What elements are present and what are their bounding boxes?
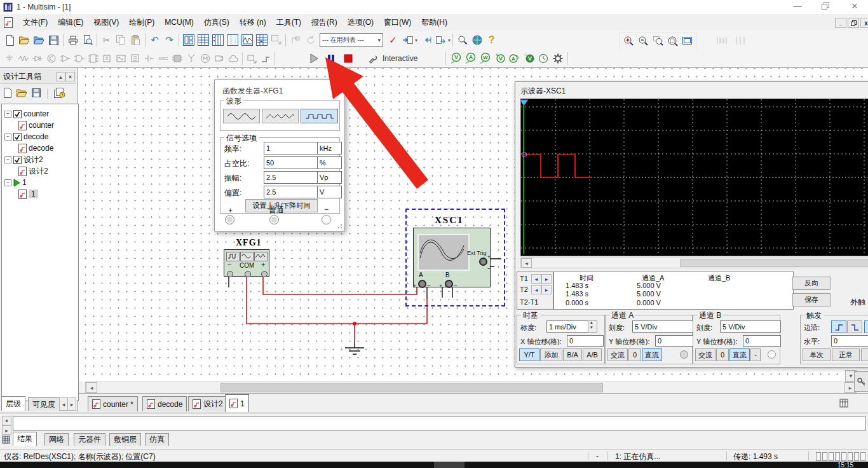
results-list[interactable] [13,416,865,431]
collapse-expander-icon[interactable]: − [4,134,11,141]
timebase-scale-field[interactable]: 1 ms/Div [546,320,592,333]
mixed-component-icon[interactable] [114,52,128,65]
yt-mode-button[interactable]: Y/T [519,348,539,361]
export-dropdown-icon[interactable]: ▾ [448,38,451,43]
export-icon[interactable] [433,33,448,48]
toggle-3d-board-icon[interactable] [225,33,240,48]
chb-minus-button[interactable]: - [750,348,761,361]
xfg-terminal-plus[interactable] [261,271,268,277]
current-probe-icon[interactable]: A [463,52,477,65]
chb-radio[interactable] [768,350,776,359]
menu-reports[interactable]: 报告(R) [306,15,342,31]
toolbox-tab-scroll-left-icon[interactable]: ◂ [59,397,68,411]
source-component-icon[interactable] [3,52,17,65]
transfer-icon[interactable] [400,33,415,48]
power-probe-icon[interactable]: W [478,52,492,65]
mdi-minimize-button[interactable]: _ [835,18,846,28]
fg-close-icon[interactable]: ✕ [332,85,339,94]
duty-field[interactable]: 50 [264,156,322,169]
restore-button[interactable] [816,2,835,13]
xsc-b-terminal[interactable] [445,280,453,288]
collapse-expander-icon[interactable]: − [4,111,11,118]
sheet-overview-icon[interactable] [839,399,848,410]
amplitude-field[interactable]: 2.5 [264,171,322,184]
tree-item-counter-root[interactable]: − counter [4,108,78,120]
cut-icon[interactable]: ✂ [99,33,114,48]
timebase-xpos-field[interactable]: 0 [567,335,604,347]
diff-voltage-probe-icon[interactable]: +V [492,52,506,65]
menu-transfer[interactable]: 转移 (n) [234,15,271,31]
t1-right-icon[interactable]: ▸ [541,274,552,284]
menu-edit[interactable]: 编辑(E) [53,15,88,31]
diode-component-icon[interactable] [31,52,44,65]
run-button[interactable] [306,52,321,66]
tree-label[interactable]: counter [29,121,54,130]
canvas-hscrollbar[interactable]: ◂ ▸ [85,382,857,394]
fg-minus-terminal[interactable] [322,215,331,224]
analog-component-icon[interactable] [58,52,72,65]
sheet-tab-counter[interactable]: counter * [88,396,138,411]
cha-scale-field[interactable]: 5 V/Div [632,320,693,333]
frequency-unit[interactable]: kHz [317,142,342,155]
help-icon[interactable]: ? [484,33,499,48]
bus-icon[interactable] [259,52,273,65]
tree-label[interactable]: 设计2 [29,166,48,177]
timebase-spinner[interactable]: ▴ ▾ [588,320,597,333]
mdi-restore-button[interactable] [848,18,859,28]
scope-hscrollbar[interactable]: ◂ [520,258,868,268]
close-button[interactable]: ✕ [845,1,864,13]
zoom-fit-icon[interactable] [665,34,680,48]
xfg1-component[interactable]: − COM + [224,249,269,277]
t2-right-icon[interactable]: ▸ [541,285,552,294]
ttl-component-icon[interactable] [72,52,86,65]
toolbox-tab-hierarchy[interactable]: 层级 [1,396,25,411]
pause-button[interactable] [323,52,338,66]
cha-radio[interactable] [680,350,688,359]
sine-waveform-button[interactable] [223,109,260,123]
menu-window[interactable]: 窗口(W) [379,15,416,31]
erc-check-icon[interactable]: ✓ [386,33,400,48]
dialog-resize-grip[interactable] [337,224,342,229]
hscroll-thumb[interactable] [220,383,603,392]
menu-file[interactable]: 文件(F) [18,15,53,31]
clock-probe-icon[interactable] [536,52,550,65]
hierarchical-block-icon[interactable] [245,52,259,65]
web-icon[interactable] [470,33,484,48]
toggle-database-icon[interactable] [210,33,225,48]
trigger-a-button[interactable]: A [864,320,868,333]
menu-mcu[interactable]: MCU(M) [159,15,198,29]
menu-view[interactable]: 视图(V) [88,15,124,31]
rising-edge-button[interactable] [831,320,846,333]
sheet-tab-design2[interactable]: 设计2 [188,396,227,411]
transistor-component-icon[interactable] [44,52,58,65]
collapse-expander-icon[interactable]: − [4,156,11,163]
menu-tools[interactable]: 工具(T) [271,15,306,31]
electromechanical-icon[interactable] [198,52,212,65]
paste-icon[interactable] [128,33,143,48]
xfg1-reflabel[interactable]: XFG1 [236,238,262,248]
menu-place[interactable]: 绘制(P) [124,15,159,31]
cha-dc-button[interactable]: 直流 [642,348,662,361]
toolbox-new-icon[interactable] [3,88,12,100]
xsc1-reflabel[interactable]: XSC1 [435,215,464,226]
toggle-postprocessor-icon[interactable] [254,33,269,48]
triangle-waveform-button[interactable] [262,109,299,123]
toggle-grapher-icon[interactable] [240,33,254,48]
panel-nav-icon[interactable]: ▸ [2,425,11,435]
xfg-terminal-com[interactable] [245,271,251,277]
find-icon[interactable] [455,33,470,48]
frequency-field[interactable]: 1 [264,142,322,155]
trigger-level-field[interactable]: 0 [831,335,868,347]
undo-icon[interactable]: ↶ [147,33,162,48]
chb-scale-field[interactable]: 5 V/Div [720,320,781,333]
new-button[interactable] [3,33,17,48]
square-waveform-button[interactable] [301,109,338,123]
gain-probe-icon[interactable]: A [507,52,521,65]
scope-scroll-left-icon[interactable]: ◂ [521,258,532,268]
open-sample-button[interactable] [32,33,46,48]
tree-item-design2-sheet[interactable]: 设计2 [4,165,78,177]
interactive-label[interactable]: Interactive [383,54,417,63]
function-generator-dialog[interactable]: 函数发生器-XFG1 ✕ 波形 信号选项 频率: 1 kHz 占空比: 50 %… [214,79,345,231]
print-button[interactable] [65,33,80,48]
ref-voltage-probe-icon[interactable]: −V [522,52,536,65]
